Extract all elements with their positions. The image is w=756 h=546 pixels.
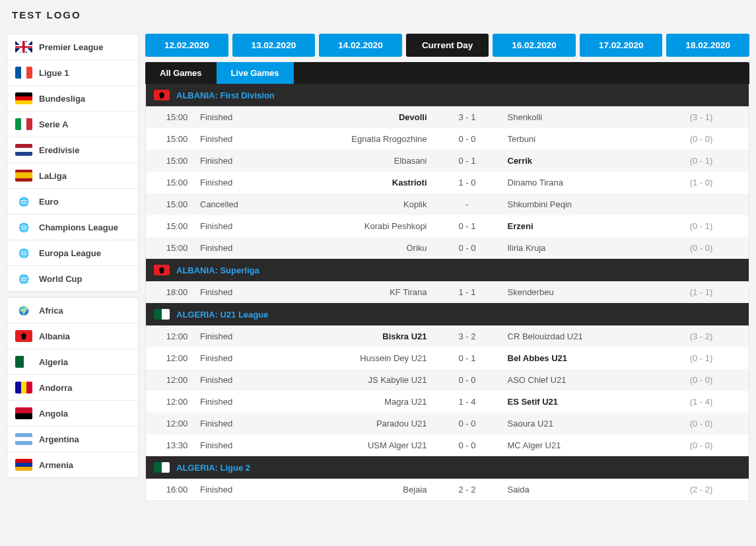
sidebar-league-item[interactable]: World Cup xyxy=(7,266,138,291)
match-row[interactable]: 15:00CancelledKoplik-Shkumbini Peqin xyxy=(146,193,749,215)
flag-icon xyxy=(15,118,32,130)
date-button[interactable]: 12.02.2020 xyxy=(145,34,228,57)
sidebar-league-item[interactable]: Eredivisie xyxy=(7,137,138,163)
match-time: 12:00 xyxy=(154,397,200,407)
match-time: 15:00 xyxy=(154,134,200,144)
away-team: MC Alger U21 xyxy=(497,440,662,450)
match-row[interactable]: 15:00FinishedOriku0 - 0Iliria Kruja(0 - … xyxy=(146,237,749,259)
date-button[interactable]: 16.02.2020 xyxy=(493,34,576,57)
match-score: 0 - 0 xyxy=(438,243,497,253)
sidebar-league-item[interactable]: Euro xyxy=(7,189,138,215)
sidebar-league-item[interactable]: Champions League xyxy=(7,215,138,240)
sidebar-league-item[interactable]: Bundesliga xyxy=(7,86,138,112)
match-row[interactable]: 18:00FinishedKF Tirana1 - 1Skenderbeu(1 … xyxy=(146,281,749,303)
flag-icon xyxy=(154,462,170,473)
sidebar-country-item[interactable]: Angola xyxy=(7,401,138,427)
competition-header[interactable]: ALGERIA: Ligue 2 xyxy=(146,456,749,479)
match-status: Finished xyxy=(200,353,273,363)
tab-all games[interactable]: All Games xyxy=(145,62,217,84)
match-status: Finished xyxy=(200,156,273,166)
match-score: - xyxy=(438,199,497,209)
match-row[interactable]: 12:00FinishedHussein Dey U210 - 1Bel Abb… xyxy=(146,347,749,369)
competition-label: U21 League xyxy=(220,310,268,320)
match-status: Finished xyxy=(200,243,273,253)
home-team: Kastrioti xyxy=(273,178,438,188)
away-team: ES Setif U21 xyxy=(497,397,662,407)
match-time: 12:00 xyxy=(154,331,200,341)
competition-header[interactable]: ALGERIA: U21 League xyxy=(146,303,749,325)
sidebar-item-label: Bundesliga xyxy=(39,94,85,104)
country-label: ALBANIA: xyxy=(176,265,218,275)
match-score: 1 - 4 xyxy=(438,397,497,407)
date-button[interactable]: 17.02.2020 xyxy=(580,34,663,57)
sidebar-country-item[interactable]: Andorra xyxy=(7,375,138,401)
competition-header[interactable]: ALBANIA: Superliga xyxy=(146,259,749,281)
flag-icon xyxy=(15,195,32,207)
match-status: Finished xyxy=(200,178,273,188)
competition-header[interactable]: ALBANIA: First Division xyxy=(146,84,749,106)
match-score: 0 - 0 xyxy=(438,419,497,428)
sidebar-league-item[interactable]: Premier League xyxy=(7,34,138,60)
flag-icon xyxy=(15,356,32,368)
match-row[interactable]: 12:00FinishedJS Kabylie U210 - 0ASO Chle… xyxy=(146,369,749,391)
match-status: Finished xyxy=(200,112,273,122)
match-score: 0 - 0 xyxy=(438,440,497,450)
flag-icon xyxy=(15,330,32,342)
date-button[interactable]: Current Day xyxy=(406,34,489,57)
match-row[interactable]: 15:00FinishedElbasani0 - 1Cerrik(0 - 1) xyxy=(146,150,749,172)
match-status: Finished xyxy=(200,440,273,450)
tab-live games[interactable]: Live Games xyxy=(217,62,294,84)
flag-icon xyxy=(15,221,32,233)
sidebar-league-item[interactable]: Ligue 1 xyxy=(7,60,138,86)
flag-icon xyxy=(15,407,32,419)
competition-label: First Division xyxy=(220,90,274,100)
match-row[interactable]: 12:00FinishedParadou U210 - 0Saoura U21(… xyxy=(146,413,749,434)
match-row[interactable]: 15:00FinishedEgnatia Rrogozhine0 - 0Terb… xyxy=(146,128,749,150)
match-time: 15:00 xyxy=(154,178,200,188)
match-row[interactable]: 13:30FinishedUSM Alger U210 - 0MC Alger … xyxy=(146,434,749,456)
sidebar-league-item[interactable]: LaLiga xyxy=(7,163,138,189)
home-team: Oriku xyxy=(273,243,438,253)
match-status: Finished xyxy=(200,397,273,407)
sidebar-item-label: LaLiga xyxy=(39,171,67,181)
sidebar-item-label: Argentina xyxy=(39,434,79,444)
halftime-score: (0 - 1) xyxy=(662,221,741,231)
match-row[interactable]: 15:00FinishedKastrioti1 - 0Dinamo Tirana… xyxy=(146,172,749,193)
date-button[interactable]: 14.02.2020 xyxy=(319,34,402,57)
halftime-score: (1 - 1) xyxy=(662,287,741,297)
match-row[interactable]: 16:00FinishedBejaia2 - 2Saida(2 - 2) xyxy=(146,479,749,500)
sidebar-item-label: Europa League xyxy=(39,248,101,258)
match-row[interactable]: 12:00FinishedMagra U211 - 4ES Setif U21(… xyxy=(146,391,749,413)
home-team: Elbasani xyxy=(273,156,438,166)
match-status: Finished xyxy=(200,287,273,297)
home-team: Biskra U21 xyxy=(273,331,438,341)
match-status: Cancelled xyxy=(200,199,273,209)
home-team: Hussein Dey U21 xyxy=(273,353,438,363)
away-team: Erzeni xyxy=(497,221,662,231)
home-team: Korabi Peshkopi xyxy=(273,221,438,231)
date-button[interactable]: 18.02.2020 xyxy=(666,34,749,57)
sidebar-item-label: World Cup xyxy=(39,274,82,284)
away-team: Iliria Kruja xyxy=(497,243,662,253)
match-row[interactable]: 12:00FinishedBiskra U213 - 2CR Belouizda… xyxy=(146,325,749,347)
sidebar-item-label: Ligue 1 xyxy=(39,68,69,78)
sidebar-country-item[interactable]: Africa xyxy=(7,298,138,324)
sidebar-league-item[interactable]: Serie A xyxy=(7,112,138,137)
halftime-score: (0 - 0) xyxy=(662,419,741,428)
sidebar-country-item[interactable]: Armenia xyxy=(7,452,138,477)
match-status: Finished xyxy=(200,134,273,144)
sidebar-country-item[interactable]: Albania xyxy=(7,324,138,349)
date-button[interactable]: 13.02.2020 xyxy=(232,34,316,57)
sidebar-league-item[interactable]: Europa League xyxy=(7,240,138,266)
match-row[interactable]: 15:00FinishedDevolli3 - 1Shenkolli(3 - 1… xyxy=(146,106,749,128)
flag-icon xyxy=(154,90,170,100)
sidebar-country-item[interactable]: Algeria xyxy=(7,349,138,375)
site-logo: TEST LOGO xyxy=(0,0,756,27)
sidebar-country-item[interactable]: Argentina xyxy=(7,427,138,452)
away-team: Terbuni xyxy=(497,134,662,144)
sidebar-item-label: Premier League xyxy=(39,42,104,52)
halftime-score: (1 - 4) xyxy=(662,397,741,407)
home-team: JS Kabylie U21 xyxy=(273,375,438,385)
match-row[interactable]: 15:00FinishedKorabi Peshkopi0 - 1Erzeni(… xyxy=(146,215,749,237)
match-status: Finished xyxy=(200,331,273,341)
